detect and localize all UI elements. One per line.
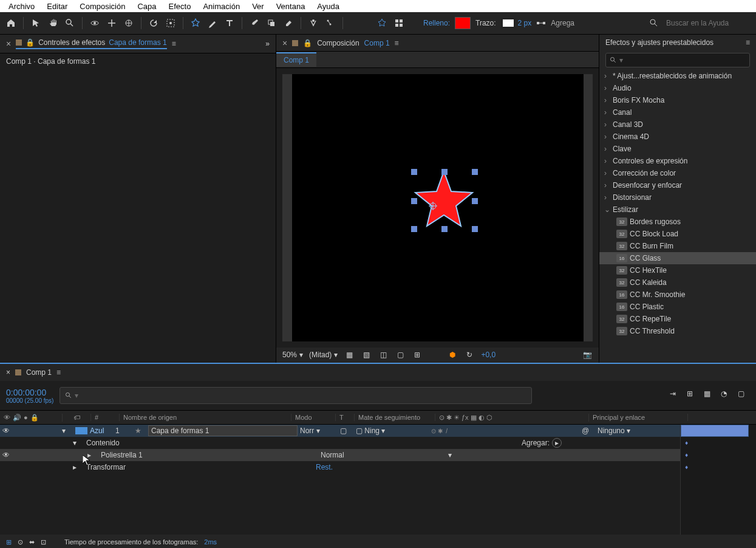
timeline-search[interactable]: ▾ [60, 387, 532, 404]
switch-icon[interactable]: ✱ [446, 414, 452, 422]
effects-tree[interactable]: ›* Ajust...reestablecidos de animación›A… [599, 70, 756, 363]
keyframe-marker[interactable]: ⬧ [684, 438, 689, 447]
handle-icon[interactable] [411, 169, 417, 175]
menu-ventana[interactable]: Ventana [270, 2, 312, 11]
fx-item[interactable]: ›Canal 3D [599, 118, 756, 131]
transparency-icon[interactable]: ▦ [344, 349, 355, 360]
fx-item[interactable]: 16CC Mr. Smoothie [599, 289, 756, 301]
orbit-tool-icon[interactable] [87, 16, 102, 30]
menu-editar[interactable]: Editar [41, 2, 73, 11]
fx-item[interactable]: 32CC Kaleida [599, 276, 756, 289]
layer-row[interactable]: 👁 ▾ Azul 1 ★ Capa de formas 1 Norr ▾ ▢ ▢… [0, 425, 756, 437]
solo-icon[interactable]: ● [24, 414, 28, 421]
graph-icon[interactable]: ◔ [721, 389, 733, 402]
toggle-icon[interactable]: ⊙ [18, 538, 23, 546]
timeline-tab[interactable]: Comp 1 [26, 368, 52, 377]
pan-tool-icon[interactable] [104, 16, 119, 30]
comp-name[interactable]: Comp 1 [364, 39, 390, 47]
panel-menu-icon[interactable]: ≡ [395, 39, 399, 47]
polystar-mode[interactable]: Normal ▾ [318, 451, 454, 459]
track-area[interactable]: ⬧ ⬧ ⬧ [680, 425, 756, 535]
panel-menu-icon[interactable]: ≡ [56, 368, 61, 377]
menu-animacion[interactable]: Animación [197, 2, 246, 11]
fx-item[interactable]: ›Audio [599, 82, 756, 94]
fx-item[interactable]: 32CC RepeTile [599, 313, 756, 325]
exposure-value[interactable]: +0,0 [481, 351, 495, 359]
fx-item[interactable]: ›Desenfocar y enfocar [599, 179, 756, 191]
roto-tool-icon[interactable] [306, 16, 321, 30]
preserve-icon[interactable]: ▢ [338, 426, 353, 435]
fx-item[interactable]: ›Cinema 4D [599, 131, 756, 143]
eye-icon[interactable]: 👁 [2, 426, 10, 435]
panel-menu-icon[interactable]: ≡ [172, 39, 176, 48]
handle-icon[interactable] [441, 169, 448, 175]
toggle-icon[interactable]: ⬌ [29, 538, 35, 546]
close-icon[interactable]: × [282, 38, 287, 48]
menu-capa[interactable]: Capa [131, 2, 162, 11]
grid-icon[interactable] [392, 16, 406, 30]
star-shape[interactable] [414, 168, 474, 231]
fx-item[interactable]: ›Canal [599, 106, 756, 118]
resolution-dropdown[interactable]: (Mitad)▾ [309, 351, 338, 359]
comp-tab[interactable]: Comp 1 [276, 52, 316, 67]
eye-icon[interactable]: 👁 [4, 414, 10, 421]
hand-tool-icon[interactable] [46, 16, 60, 30]
label-icon[interactable]: 🏷 [73, 414, 80, 421]
parent-dropdown[interactable]: Ninguno ▾ [595, 426, 679, 435]
fx-item[interactable]: 32CC Burn Film [599, 240, 756, 252]
fx-item[interactable]: ⌄Estilizar [599, 204, 756, 216]
brush-tool-icon[interactable] [247, 16, 262, 30]
effects-search[interactable]: ▾ [605, 53, 750, 67]
handle-icon[interactable] [472, 226, 478, 232]
region-icon[interactable]: ◫ [378, 349, 389, 360]
fx-item[interactable]: ›Controles de expresión [599, 155, 756, 167]
keyframe-marker[interactable]: ⬧ [684, 462, 689, 471]
fx-item[interactable]: 32CC HexTile [599, 264, 756, 276]
menu-ver[interactable]: Ver [246, 2, 270, 11]
twirl-icon[interactable]: ▾ [62, 426, 66, 435]
add-button[interactable]: ▸ [552, 438, 562, 448]
switch-icon[interactable]: ⊙ [439, 414, 444, 422]
expand-icon[interactable]: » [265, 39, 270, 48]
zoom-tool-icon[interactable] [63, 16, 77, 30]
panel-layer[interactable]: Capa de formas 1 [109, 38, 166, 47]
lock-icon[interactable]: 🔒 [26, 38, 35, 47]
eye-icon[interactable]: 👁 [2, 451, 10, 459]
stroke-swatch[interactable] [501, 18, 516, 29]
menu-archivo[interactable]: Archivo [2, 2, 41, 11]
star-fav-icon[interactable] [375, 16, 389, 30]
fx-item[interactable]: ›* Ajust...reestablecidos de animación [599, 70, 756, 82]
lock-icon[interactable]: 🔒 [30, 414, 39, 422]
star-tool-icon[interactable] [188, 16, 203, 30]
pickwhip-icon[interactable]: @ [579, 426, 595, 435]
menu-composicion[interactable]: Composición [73, 2, 131, 11]
panel-menu-icon[interactable]: ≡ [746, 38, 750, 47]
switch-icon[interactable]: ☀ [454, 414, 460, 422]
toggle-icon[interactable]: ⊡ [41, 538, 46, 546]
mode-dropdown[interactable]: Norr ▾ [298, 426, 338, 435]
camera-icon[interactable]: 📷 [582, 349, 593, 360]
switch-icon[interactable]: ⬡ [486, 414, 492, 422]
transform-row[interactable]: ▸ Transformar Rest. [0, 461, 756, 473]
contents-row[interactable]: ▾ Contenido Agregar: ▸ [0, 437, 756, 449]
rotate-tool-icon[interactable] [146, 16, 161, 30]
draft-icon[interactable]: ▢ [738, 389, 750, 402]
reset-icon[interactable]: ↻ [464, 349, 475, 360]
handle-icon[interactable] [472, 169, 478, 175]
stroke-label[interactable]: Trazo: [475, 19, 496, 27]
twirl-icon[interactable]: ▸ [73, 463, 77, 471]
current-time[interactable]: 0:00:00:00 [6, 388, 53, 397]
fx-item[interactable]: ›Clave [599, 143, 756, 155]
lock-icon[interactable]: 🔒 [303, 39, 312, 47]
motion-blur-icon[interactable]: ▦ [704, 389, 716, 402]
mask-icon[interactable]: ▧ [361, 349, 372, 360]
audio-icon[interactable]: 🔊 [13, 414, 21, 422]
color-icon[interactable]: ⬢ [447, 349, 458, 360]
clone-tool-icon[interactable] [264, 16, 279, 30]
switch-icon[interactable]: ▦ [471, 414, 477, 422]
handle-icon[interactable] [411, 198, 417, 204]
track-dropdown[interactable]: ▢ Ning ▾ [353, 426, 429, 435]
handle-icon[interactable] [411, 226, 417, 232]
polystar-row[interactable]: 👁 ▸ Poliestrella 1 Normal ▾ [0, 449, 756, 461]
viewer[interactable] [282, 74, 593, 341]
